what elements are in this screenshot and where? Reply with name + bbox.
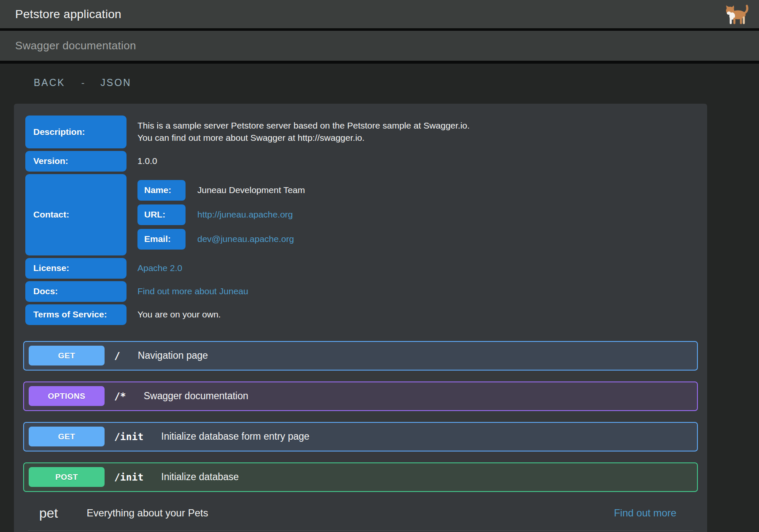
operation-row-options[interactable]: OPTIONS /* Swagger documentation [23,382,698,411]
license-label: License: [25,258,126,279]
operation-row-get-root[interactable]: GET / Navigation page [23,341,698,371]
contact-name-label: Name: [137,180,186,201]
tag-section-pet[interactable]: pet Everything about your Pets Find out … [28,505,693,531]
tag-find-out-more-link[interactable]: Find out more [614,507,676,519]
method-badge-get: GET [29,346,105,365]
operation-summary: Swagger documentation [144,390,248,402]
operations-list: GET / Navigation page OPTIONS /* Swagger… [23,341,698,492]
api-info-table: Description: This is a sample server Pet… [25,116,698,325]
json-link[interactable]: JSON [100,77,131,89]
contact-name-row: Name: Juneau Development Team [137,180,698,201]
version-value: 1.0.0 [126,151,698,172]
terms-value: You are on your own. [126,304,698,325]
contact-name-value: Juneau Development Team [186,184,305,196]
operation-row-post-init[interactable]: POST /init Initialize database [23,462,698,492]
api-info-card: Description: This is a sample server Pet… [14,104,707,532]
contact-email-link[interactable]: dev@juneau.apache.org [197,234,294,244]
operation-summary: Navigation page [138,350,208,361]
operation-path: /* [114,391,126,402]
contact-row: Contact: Name: Juneau Development Team U… [25,174,698,255]
contact-label: Contact: [25,174,126,255]
tag-description: Everything about your Pets [86,507,208,519]
operation-summary: Initialize database form entry page [161,431,310,442]
operation-summary: Initialize database [161,471,239,483]
doc-header: Swagger documentation [0,31,759,64]
terms-label: Terms of Service: [25,304,126,325]
description-label: Description: [25,116,126,148]
version-label: Version: [25,151,126,172]
method-badge-get: GET [29,427,105,446]
method-badge-options: OPTIONS [29,386,105,406]
contact-email-label: Email: [137,229,186,250]
version-row: Version: 1.0.0 [25,151,698,172]
contact-url-row: URL: http://juneau.apache.org [137,204,698,225]
operation-path: /init [114,431,143,442]
toolbar: BACK - JSON [0,64,759,89]
method-badge-post: POST [29,467,105,487]
operation-path: /init [114,472,143,483]
nav-separator: - [81,77,85,89]
contact-value: Name: Juneau Development Team URL: http:… [126,174,698,255]
contact-url-label: URL: [137,204,186,225]
doc-title: Swagger documentation [15,39,136,52]
license-link[interactable]: Apache 2.0 [137,262,698,274]
app-header: Petstore application [0,0,759,31]
license-row: License: Apache 2.0 [25,258,698,279]
cat-icon [724,4,750,26]
app-title: Petstore application [15,8,121,21]
docs-label: Docs: [25,281,126,302]
contact-url-link[interactable]: http://juneau.apache.org [197,210,293,219]
description-row: Description: This is a sample server Pet… [25,116,698,148]
operation-path: / [114,350,120,361]
content: BACK - JSON Description: This is a sampl… [0,64,759,532]
contact-table: Name: Juneau Development Team URL: http:… [137,178,698,251]
operation-row-get-init[interactable]: GET /init Initialize database form entry… [23,422,698,451]
description-value: This is a sample server Petstore server … [126,116,698,148]
contact-email-row: Email: dev@juneau.apache.org [137,229,698,250]
docs-link[interactable]: Find out more about Juneau [137,285,698,298]
back-link[interactable]: BACK [34,77,65,89]
terms-row: Terms of Service: You are on your own. [25,304,698,325]
docs-row: Docs: Find out more about Juneau [25,281,698,302]
tag-name: pet [39,505,58,521]
